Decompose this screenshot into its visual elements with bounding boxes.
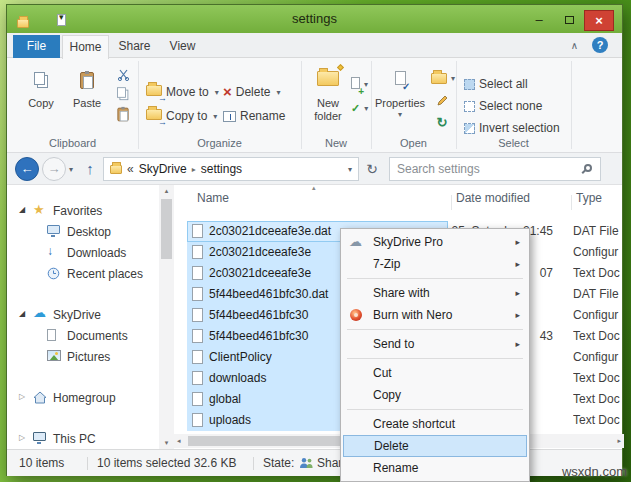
sidebar-item-label: This PC [53, 429, 96, 450]
forward-button[interactable]: → [42, 157, 66, 181]
scrollbar-up-arrow[interactable]: ▴ [159, 187, 174, 195]
ribbon-collapse-icon[interactable]: ∧ [571, 40, 578, 51]
context-menu-item-skydrive-pro[interactable]: ☁ SkyDrive Pro ▸ [341, 231, 529, 253]
delete-label: Delete [236, 85, 271, 99]
sidebar-item-documents[interactable]: Documents [7, 326, 156, 347]
breadcrumb-chevron-icon[interactable]: ▸ [192, 165, 196, 174]
up-button[interactable]: ↑ [79, 157, 101, 181]
scrollbar-left-arrow[interactable]: ◂ [177, 437, 181, 445]
tab-home[interactable]: Home [62, 35, 109, 59]
copy-to-button[interactable]: → Copy to ▾ [146, 106, 217, 126]
context-menu-item-copy[interactable]: Copy [341, 384, 529, 406]
history-button[interactable]: ↻ [429, 112, 455, 132]
breadcrumb-item-skydrive[interactable]: SkyDrive [139, 162, 187, 176]
delete-button[interactable]: × Delete ▾ [223, 82, 280, 102]
paste-button[interactable]: Paste [65, 63, 109, 110]
new-item-button[interactable]: + ▾ [351, 74, 368, 94]
menu-separator [347, 409, 523, 410]
paste-shortcut-button[interactable] [110, 104, 136, 124]
maximize-button[interactable] [554, 10, 584, 31]
column-divider[interactable] [451, 195, 452, 210]
sidebar-item-label: Documents [67, 326, 128, 347]
copy-path-button[interactable] [110, 84, 136, 104]
sidebar-item-pictures[interactable]: Pictures [7, 347, 156, 368]
search-box[interactable] [389, 157, 601, 181]
context-menu-item-rename[interactable]: Rename [341, 457, 529, 479]
context-menu-item-share-with[interactable]: Share with ▸ [341, 282, 529, 304]
address-dropdown-chevron-icon[interactable]: ▾ [348, 165, 352, 174]
history-dropdown-chevron-icon[interactable]: ▾ [69, 165, 73, 174]
edit-button[interactable] [429, 90, 455, 110]
minimize-button[interactable]: – [524, 10, 554, 31]
easy-access-button[interactable]: ✓ ▾ [351, 98, 368, 118]
back-button[interactable]: ← [15, 157, 39, 181]
shared-icon [299, 457, 314, 472]
file-type: Configur [573, 305, 621, 326]
properties-button[interactable]: ✓ Properties ▾ [373, 63, 427, 119]
clipboard-group-label: Clipboard [7, 137, 138, 149]
copy-button[interactable]: Copy [19, 63, 63, 110]
rename-button[interactable]: Rename [223, 106, 285, 126]
expand-icon[interactable]: ▷ [19, 392, 25, 401]
column-header-type[interactable]: Type [576, 191, 602, 213]
expand-icon[interactable]: ▷ [19, 433, 25, 442]
sidebar-item-desktop[interactable]: Desktop [7, 222, 156, 243]
maximize-icon [565, 16, 574, 24]
select-group-label: Select [456, 137, 571, 149]
chevron-down-icon: ▾ [364, 104, 368, 113]
tab-share[interactable]: Share [111, 35, 158, 58]
file-icon [192, 392, 203, 406]
sidebar-item-homegroup[interactable]: ▷ Homegroup [7, 388, 156, 409]
file-type: DAT File [573, 221, 621, 242]
new-folder-button[interactable]: New folder [304, 63, 352, 123]
select-none-button[interactable]: Select none [464, 96, 542, 116]
cut-button[interactable] [110, 64, 136, 84]
column-header-name[interactable]: Name [197, 191, 229, 213]
context-menu-item-7-zip[interactable]: 7-Zip ▸ [341, 253, 529, 275]
column-header-date-modified[interactable]: Date modified [456, 191, 530, 213]
sidebar-item-downloads[interactable]: ↓ Downloads [7, 243, 156, 264]
scrollbar-down-arrow[interactable]: ▾ [159, 439, 174, 447]
delete-icon: × [223, 85, 232, 99]
context-menu-item-burn-with-nero[interactable]: Burn with Nero ▸ [341, 304, 529, 326]
tab-file[interactable]: File [13, 35, 60, 58]
status-divider [87, 457, 88, 470]
close-button[interactable]: × [584, 10, 614, 31]
context-menu-item-cut[interactable]: Cut [341, 362, 529, 384]
file-name: uploads [209, 410, 251, 431]
refresh-button[interactable]: ↻ [361, 157, 383, 181]
context-menu-item-create-shortcut[interactable]: Create shortcut [341, 413, 529, 435]
breadcrumb[interactable]: « SkyDrive ▸ settings ▾ [103, 157, 359, 181]
copy-button-label: Copy [19, 97, 63, 110]
sidebar-item-label: Favorites [53, 201, 102, 222]
scrollbar-thumb[interactable] [161, 199, 172, 259]
move-to-button[interactable]: → Move to ▾ [146, 82, 219, 102]
breadcrumb-overflow-chevron[interactable]: « [127, 162, 134, 176]
sidebar-item-this-pc[interactable]: ▷ This PC [7, 429, 156, 450]
open-icon [431, 73, 447, 84]
sidebar-scrollbar[interactable]: ▴ ▾ [159, 185, 174, 449]
file-icon [192, 350, 203, 364]
column-divider[interactable] [571, 195, 572, 210]
help-button[interactable]: ? [592, 37, 608, 53]
tab-view[interactable]: View [159, 35, 206, 58]
scrollbar-right-arrow[interactable]: ▸ [617, 437, 621, 445]
select-all-button[interactable]: Select all [464, 74, 528, 94]
invert-selection-button[interactable]: Invert selection [464, 118, 560, 138]
open-button[interactable]: ▾ [431, 68, 455, 88]
breadcrumb-item-settings[interactable]: settings [201, 162, 242, 176]
history-icon: ↻ [437, 115, 448, 130]
forward-icon: → [48, 161, 61, 176]
selection-summary: 10 items selected 32.6 KB [97, 450, 236, 476]
chevron-down-icon: ▾ [364, 80, 368, 89]
context-menu-item-delete[interactable]: Delete [343, 435, 527, 457]
search-icon[interactable] [584, 164, 592, 172]
sidebar-item-skydrive[interactable]: ◢ ☁ SkyDrive [7, 305, 156, 326]
titlebar[interactable]: ▾ settings – × [7, 5, 622, 33]
context-menu-item-send-to[interactable]: Send to ▸ [341, 333, 529, 355]
expand-icon[interactable]: ◢ [19, 309, 25, 318]
sidebar-item-favorites[interactable]: ◢ ★ Favorites [7, 201, 156, 222]
search-input[interactable] [390, 158, 578, 180]
expand-icon[interactable]: ◢ [19, 205, 25, 214]
sidebar-item-recent-places[interactable]: Recent places [7, 264, 156, 285]
